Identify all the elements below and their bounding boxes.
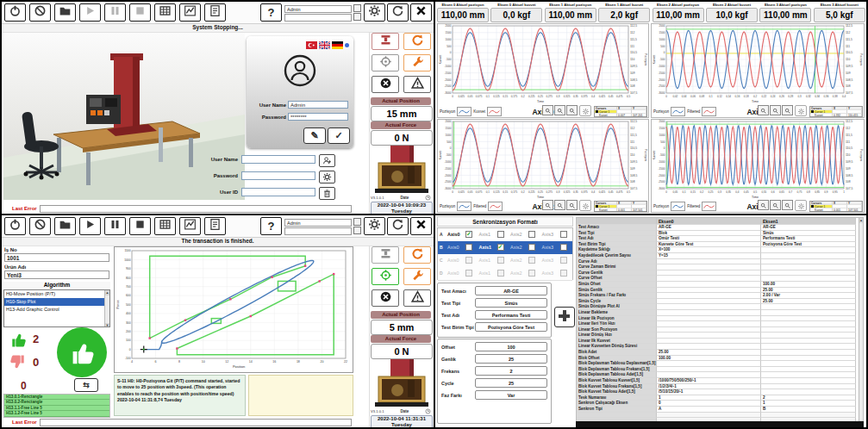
flag-germany-icon[interactable] xyxy=(332,41,343,49)
table-row[interactable]: Senkron TipiAB xyxy=(577,407,863,413)
calibration-button[interactable] xyxy=(372,54,399,72)
user-id-input[interactable] xyxy=(241,188,315,196)
table-scrollbar[interactable]: ▲▼ xyxy=(859,218,863,426)
table-row[interactable]: Blok Deplasman Tablosu Adet[1,5] xyxy=(577,372,863,378)
close-button[interactable] xyxy=(410,217,432,235)
flag-uk-icon[interactable] xyxy=(319,41,330,49)
table-row[interactable]: Sinüs Dönüşte Plot Al xyxy=(577,304,863,310)
table-row[interactable]: Linear İleri Yön Hızı xyxy=(577,321,863,327)
vertex-marker[interactable] xyxy=(271,277,272,278)
job-no-input[interactable] xyxy=(4,253,109,262)
axis3-plot-area[interactable]: 00,050,10,150,20,250,30,350,40,450,50,55… xyxy=(652,120,864,201)
axis2-cursor-button[interactable] xyxy=(579,200,591,211)
axis-checkbox-D-axis2[interactable] xyxy=(528,270,535,277)
axis-checkbox-B-axis0[interactable] xyxy=(465,244,472,251)
axis-checkbox-A-axis1[interactable] xyxy=(497,231,504,238)
table-row[interactable]: Blok Kuvvet Tablosu Frekans[1,5]/1/2/3/4… xyxy=(577,384,863,390)
axis-checkbox-C-axis3[interactable] xyxy=(560,257,567,264)
axis1-cursor-button[interactable] xyxy=(795,105,807,116)
table-row[interactable]: Test TipiBlokSinüs xyxy=(577,231,863,237)
user-apply-button[interactable] xyxy=(353,4,361,12)
sync-row-B[interactable]: BAxis0Axis1✓Axis2Axis3 xyxy=(438,241,572,255)
table-row[interactable]: Sinüs Genlik25.00 xyxy=(577,288,863,294)
user-clear-button[interactable] xyxy=(353,13,361,21)
password-input[interactable] xyxy=(288,113,348,121)
table-row[interactable]: Blok Deplasman Tablosu Deplasman[1,5] xyxy=(577,361,863,367)
block-button[interactable] xyxy=(29,3,51,22)
table-row[interactable]: Linear İlk Kuvvet xyxy=(577,339,863,345)
toolbar-password-input[interactable] xyxy=(284,227,352,235)
sync-row-D[interactable]: DAxis0Axis1Axis2Axis3 xyxy=(438,267,572,281)
vertex-marker[interactable] xyxy=(304,265,306,267)
stop-button[interactable] xyxy=(129,3,151,22)
grid-button[interactable] xyxy=(154,3,176,22)
table-row[interactable]: Sinüs Cycle25.00 xyxy=(577,299,863,305)
settings-button[interactable] xyxy=(364,217,385,235)
alarm-button[interactable] xyxy=(403,289,431,307)
axis-checkbox-B-axis3[interactable] xyxy=(560,244,567,251)
algorithm-item[interactable]: H13-Add Graphic Control xyxy=(4,306,109,314)
emergency-stop-button[interactable] xyxy=(372,76,399,93)
grid-button[interactable] xyxy=(154,217,176,235)
product-name-input[interactable] xyxy=(4,270,109,279)
table-row[interactable]: Blok Deplasman Tablosu Frekans[1,5] xyxy=(577,367,863,373)
axis1-plot-area[interactable]: 00,020,040,060,080,10,120,140,160,180,20… xyxy=(652,24,864,106)
scroll-down-arrow[interactable]: ▼ xyxy=(105,323,109,327)
zoom-out-button[interactable] xyxy=(554,200,565,210)
calibration-button[interactable] xyxy=(372,268,399,285)
axis-checkbox-C-axis2[interactable] xyxy=(528,257,535,264)
table-row[interactable]: Sinüs Ofset100.00 xyxy=(577,282,863,288)
table-row[interactable]: Curve Zaman Birimi xyxy=(577,264,863,270)
zoom-in-button[interactable] xyxy=(758,105,769,115)
table-row[interactable]: Linear İlk Pozisyon xyxy=(577,316,863,322)
genlik-value[interactable]: 25 xyxy=(475,354,547,364)
toolbar-user-input[interactable] xyxy=(284,219,352,227)
play-button[interactable] xyxy=(79,3,101,22)
test-tipi-value[interactable]: Sinüs xyxy=(475,298,547,308)
note-box[interactable] xyxy=(248,375,353,416)
report-button[interactable] xyxy=(204,3,226,22)
table-row[interactable]: Blok Kuvvet Tablosu Kuvvet[1,5]/1000/750… xyxy=(577,378,863,384)
apply-config-button[interactable] xyxy=(387,3,409,22)
home-reset-button[interactable] xyxy=(403,33,431,50)
cycle-value[interactable]: 25 xyxy=(475,378,547,388)
test-amac--value[interactable]: AR-GE xyxy=(475,286,547,295)
settings-button[interactable] xyxy=(364,3,385,22)
report-button[interactable] xyxy=(204,217,226,235)
toolbar-password-input[interactable] xyxy=(284,14,352,22)
folder-button[interactable] xyxy=(54,217,76,235)
table-row[interactable]: Curve Adı xyxy=(577,259,863,265)
table-row[interactable]: Linear Son Pozisyon xyxy=(577,327,863,333)
force-position-plot-area[interactable]: 46810121416182022-1000100200300400500600… xyxy=(115,247,353,372)
axis-checkbox-A-axis2[interactable] xyxy=(528,231,535,238)
toolbar-user-input[interactable] xyxy=(284,5,352,13)
stop-button[interactable] xyxy=(129,217,151,235)
chart-button[interactable] xyxy=(179,217,201,235)
cycle-toggle-button[interactable]: ⇆ xyxy=(74,378,98,392)
chart-button[interactable] xyxy=(179,3,201,22)
help-button[interactable]: ? xyxy=(260,3,282,22)
confirm-login-button[interactable]: ✓ xyxy=(328,127,350,144)
axis1-cursor-table[interactable]: CursorsXYCursor 1Kuvvet0,332110,415 xyxy=(809,106,863,117)
table-row[interactable]: Linear Bekleme xyxy=(577,310,863,316)
zoom-fit-button[interactable] xyxy=(782,200,793,210)
user-clear-button[interactable] xyxy=(353,227,361,234)
play-button[interactable] xyxy=(79,217,101,235)
axis-checkbox-D-axis0[interactable] xyxy=(465,270,472,277)
zoom-in-button[interactable] xyxy=(542,200,553,210)
table-row[interactable]: Senkron Çalışacağı Eksen01 xyxy=(577,401,863,407)
axis3-cursor-table[interactable]: CursorsXYCursor 1Kuvvet0,001107,501 xyxy=(809,201,863,212)
emergency-stop-button[interactable] xyxy=(372,289,399,307)
axis2-cursor-table[interactable]: CursorsXYCursor 1Kuvvet0,001107,501 xyxy=(594,201,647,212)
vertex-marker[interactable] xyxy=(184,320,186,321)
folder-button[interactable] xyxy=(54,3,76,22)
sync-row-C[interactable]: CAxis0Axis1Axis2Axis3 xyxy=(438,254,572,268)
table-row[interactable]: Curve Genlik xyxy=(577,270,863,277)
table-row[interactable]: Linear Dönüş Hızı xyxy=(577,333,863,339)
zoom-in-button[interactable] xyxy=(542,105,553,115)
table-row[interactable]: Linear Kuvvetten Dönüş Süresi xyxy=(577,344,863,350)
axis-checkbox-A-axis0[interactable]: ✓ xyxy=(465,231,472,238)
vertex-marker[interactable] xyxy=(148,337,150,339)
add-user-button[interactable] xyxy=(319,154,335,167)
offset-value[interactable]: 100 xyxy=(475,342,547,351)
